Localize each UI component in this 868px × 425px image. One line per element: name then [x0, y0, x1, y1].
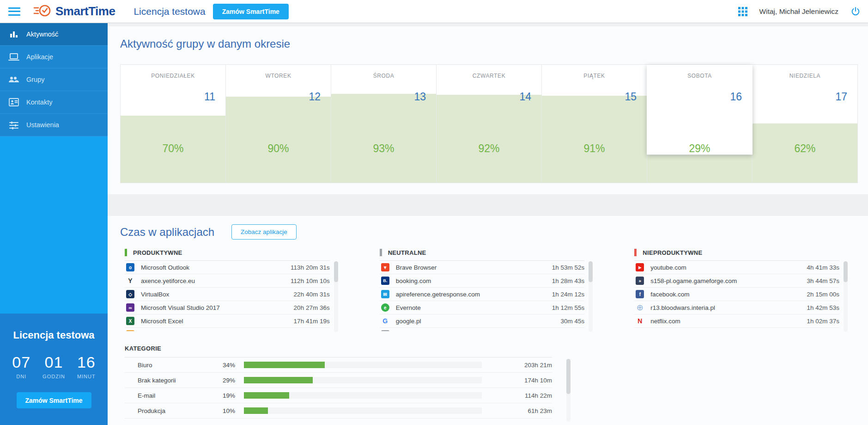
app-row[interactable]: ⊕: [634, 328, 839, 331]
category-time: 203h 21m: [492, 362, 552, 369]
sidebar-item-kontakty[interactable]: Kontakty: [0, 91, 108, 114]
category-bar-fill: [244, 362, 325, 368]
logout-power-icon[interactable]: [850, 6, 861, 17]
sidebar-item-ustawienia[interactable]: Ustawienia: [0, 114, 108, 136]
app-group-neutralne: NEUTRALNE▼Brave Browser1h 53m 52sB.booki…: [380, 249, 593, 331]
app-list-scrollbar[interactable]: [589, 261, 593, 332]
sidebar-item-grupy[interactable]: Grupy: [0, 68, 108, 91]
sidebar-item-aktywnosc[interactable]: Aktywność: [0, 23, 108, 46]
apps-time-panel: Czas w aplikacjach Zobacz aplikacje PROD…: [108, 216, 868, 425]
app-list-scrollbar[interactable]: [334, 261, 338, 332]
group-accent-bar: [380, 249, 382, 256]
app-row[interactable]: Ggoogle.pl30m 45s: [380, 314, 585, 328]
apps-grid-icon[interactable]: [738, 7, 747, 16]
app-row[interactable]: Nnetflix.com1h 02m 37s: [634, 314, 839, 328]
day-cell-poniedziałek[interactable]: PONIEDZIAŁEK1170%: [121, 65, 226, 183]
app-icon: [381, 330, 389, 331]
day-cell-wtorek[interactable]: WTOREK1290%: [226, 65, 331, 183]
category-name: Brak kategorii: [125, 377, 203, 384]
category-time: 61h 23m: [492, 407, 552, 414]
groups-icon: [8, 74, 19, 85]
day-name: ŚRODA: [331, 65, 436, 87]
app-row[interactable]: oMicrosoft Outlook113h 20m 31s: [125, 261, 330, 274]
globe-icon: ⊕: [636, 303, 644, 312]
countdown-value: 07: [12, 353, 30, 371]
app-group-label: NEUTRALNE: [388, 249, 426, 256]
view-apps-button[interactable]: Zobacz aplikacje: [231, 224, 297, 240]
sidebar-item-label: Aplikacje: [26, 53, 53, 61]
scrollbar-thumb[interactable]: [334, 261, 338, 282]
app-time: 20h 27m 36s: [294, 304, 330, 311]
order-smarttime-button[interactable]: Zamów SmartTime: [213, 4, 289, 19]
app-name: VirtualBox: [141, 291, 294, 298]
day-activity-percent: 92%: [437, 142, 541, 155]
sidebar-order-smarttime-button[interactable]: Zamów SmartTime: [17, 392, 91, 408]
app-row[interactable]: »s158-pl.ogame.gameforge.com3h 44m 57s: [634, 274, 839, 288]
day-body: 1393%: [331, 87, 436, 183]
activity-fill: [647, 155, 752, 183]
app-row[interactable]: ∞Microsoft Visual Studio 201720h 27m 36s: [125, 301, 330, 314]
app-name: axence.yetiforce.eu: [141, 277, 291, 284]
category-time: 114h 22m: [492, 392, 552, 399]
app-time: 1h 24m 12s: [552, 291, 585, 298]
day-cell-piątek[interactable]: PIĄTEK1591%: [542, 65, 647, 183]
app-name: Brave Browser: [396, 264, 552, 271]
app-name: r13.bloodwars.interia.pl: [650, 304, 807, 311]
license-countdown-box: Licencja testowa 07DNI01GODZIN16MINUT Za…: [0, 314, 108, 425]
app-row[interactable]: ◇VirtualBox22h 40m 31s: [125, 288, 330, 301]
app-row[interactable]: ⊕r13.bloodwars.interia.pl1h 42m 53s: [634, 301, 839, 314]
day-cell-środa[interactable]: ŚRODA1393%: [331, 65, 437, 183]
day-number: 15: [625, 91, 637, 103]
day-name: NIEDZIELA: [753, 65, 857, 87]
app-row[interactable]: ffacebook.com2h 15m 00s: [634, 288, 839, 301]
app-row[interactable]: ▼Brave Browser1h 53m 52s: [380, 261, 585, 274]
user-greeting: Witaj, Michał Jeleniewicz: [759, 7, 838, 16]
category-name: E-mail: [125, 392, 203, 399]
week-activity-calendar: PONIEDZIAŁEK1170%WTOREK1290%ŚRODA1393%CZ…: [120, 64, 858, 183]
app-list: ▶youtube.com4h 41m 33s»s158-pl.ogame.gam…: [634, 260, 839, 331]
app-time: 1h 53m 52s: [552, 264, 585, 271]
app-row[interactable]: ▶youtube.com4h 41m 33s: [634, 261, 839, 274]
day-body: 1170%: [121, 87, 225, 183]
day-cell-niedziela[interactable]: NIEDZIELA1762%: [753, 65, 857, 183]
facebook-icon: f: [636, 290, 644, 298]
day-cell-sobota[interactable]: SOBOTA1629%: [647, 65, 753, 183]
scrollbar-thumb[interactable]: [566, 359, 571, 394]
app-time: 1h 02m 37s: [807, 318, 839, 325]
app-row[interactable]: [125, 328, 330, 331]
app-row[interactable]: XMicrosoft Excel17h 41m 19s: [125, 314, 330, 328]
day-name: SOBOTA: [647, 65, 752, 87]
contacts-icon: [8, 97, 19, 107]
app-row[interactable]: [380, 328, 585, 331]
app-name: Microsoft Excel: [141, 318, 294, 325]
sidebar-item-aplikacje[interactable]: Aplikacje: [0, 46, 108, 68]
app-row[interactable]: Yaxence.yetiforce.eu112h 10m 10s: [125, 274, 330, 288]
scrollbar-thumb[interactable]: [844, 261, 848, 282]
countdown-dni: 07DNI: [12, 353, 30, 379]
app-name: netflix.com: [650, 318, 807, 325]
app-row[interactable]: ✉apireference.getresponse.com1h 24m 12s: [380, 288, 585, 301]
app-name: s158-pl.ogame.gameforge.com: [650, 277, 807, 284]
category-bar-fill: [244, 407, 268, 414]
app-group-header: NIEPRODUKTYWNE: [634, 249, 848, 256]
netflix-icon: N: [636, 317, 644, 325]
day-number: 14: [519, 91, 531, 103]
app-row[interactable]: B.booking.com1h 28m 43s: [380, 274, 585, 288]
excel-icon: X: [126, 317, 134, 325]
scrollbar-thumb[interactable]: [589, 261, 593, 282]
app-row[interactable]: eEvernote1h 12m 55s: [380, 301, 585, 314]
app-time: 30m 45s: [561, 318, 585, 325]
sidebar: AktywnośćAplikacjeGrupyKontaktyUstawieni…: [0, 23, 108, 425]
day-name: PONIEDZIAŁEK: [121, 65, 225, 87]
day-number: 13: [414, 91, 426, 103]
day-name: CZWARTEK: [437, 65, 541, 87]
categories-scrollbar[interactable]: [566, 359, 571, 422]
sidebar-item-label: Aktywność: [26, 31, 58, 38]
day-activity-percent: 29%: [647, 142, 752, 155]
getresponse-icon: ✉: [381, 290, 389, 298]
category-time: 174h 10m: [492, 377, 552, 384]
app-time: 1h 42m 53s: [807, 304, 839, 311]
app-list-scrollbar[interactable]: [844, 261, 848, 332]
day-cell-czwartek[interactable]: CZWARTEK1492%: [437, 65, 542, 183]
menu-icon[interactable]: [8, 7, 20, 16]
